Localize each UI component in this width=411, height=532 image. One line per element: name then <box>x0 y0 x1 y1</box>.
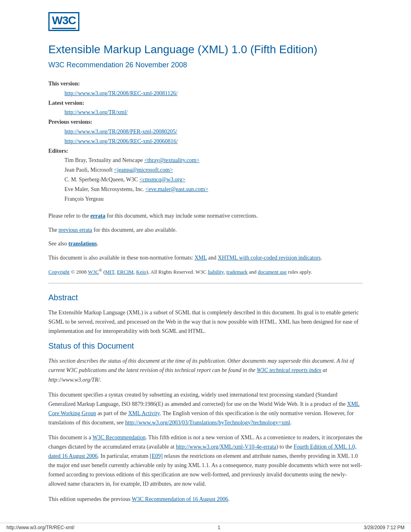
footer-page: 1 <box>218 525 220 530</box>
mit-link[interactable]: MIT <box>105 269 114 275</box>
section-divider <box>48 283 363 283</box>
translations-link[interactable]: translations <box>68 241 97 247</box>
status-title: Status of this Document <box>48 341 363 351</box>
editors-row: Editors: Tim Bray, Textuality and Netsca… <box>48 146 363 204</box>
w3c-logo-underline <box>52 28 76 29</box>
formats-note: This document is also available in these… <box>48 254 363 262</box>
status-para-2: This document specifies a syntax created… <box>48 390 363 427</box>
w3c-org-link[interactable]: W3C <box>88 269 99 275</box>
w3c-rec-link[interactable]: W3C Recommendation <box>92 434 145 441</box>
errata-link[interactable]: errata <box>90 213 105 219</box>
previous-versions-row: Previous versions: http://www.w3.org/TR/… <box>48 117 363 146</box>
meta-section: This version: http://www.w3.org/TR/2008/… <box>48 79 363 204</box>
liability-link[interactable]: liability <box>208 269 224 275</box>
abstract-text: The Extensible Markup Language (XML) is … <box>48 308 363 336</box>
this-version-label: This version: <box>48 81 80 87</box>
previous-versions-indent: http://www.w3.org/TR/2008/PER-xml-200802… <box>64 127 363 146</box>
latest-version-label: Latest version: <box>48 100 84 106</box>
trademark-link[interactable]: trademark <box>226 269 248 275</box>
document-title: Extensible Markup Language (XML) 1.0 (Fi… <box>48 43 363 56</box>
errata-note-2: The previous errata for this document, a… <box>48 226 363 235</box>
editor-1: Tim Bray, Textuality and Netscape <tbray… <box>64 156 363 165</box>
see-also-note: See also translations. <box>48 239 363 248</box>
footer-bar: http://www.w3.org/TR/REC-xml/ 1 3/28/200… <box>0 523 411 532</box>
this-version-indent: http://www.w3.org/TR/2008/REC-xml-200811… <box>64 89 363 98</box>
editor-4-email[interactable]: <eve.maler@east.sun.com> <box>145 186 208 192</box>
xml-activity-link[interactable]: XML Activity <box>128 410 160 416</box>
copyright-link[interactable]: Copyright <box>48 269 70 275</box>
w3c-reports-link[interactable]: W3C technical reports index <box>257 367 321 373</box>
w3c-logo-area: W3C <box>48 12 363 31</box>
editor-2-email[interactable]: <jeanpa@microsoft.com> <box>114 167 173 173</box>
footer-datetime: 3/28/2009 7:12 PM <box>364 525 405 530</box>
prev-rec-link[interactable]: W3C Recommendation of 16 August 2006 <box>132 496 228 502</box>
status-para-4: This edition supersedes the previous W3C… <box>48 495 363 504</box>
previous-versions-label: Previous versions: <box>48 119 92 125</box>
editor-1-email[interactable]: <tbray@textuality.com> <box>144 157 199 163</box>
this-version-link[interactable]: http://www.w3.org/TR/2008/REC-xml-200811… <box>64 90 178 96</box>
latest-version-row: Latest version: http://www.w3.org/TR/xml… <box>48 98 363 118</box>
page-container: W3C Extensible Markup Language (XML) 1.0… <box>24 0 387 532</box>
previous-version-link-2[interactable]: http://www.w3.org/TR/2006/REC-xml-200608… <box>64 138 178 144</box>
editor-5: François Yergeau <box>64 194 363 204</box>
w3c-logo-text: W3C <box>52 14 76 27</box>
status-para-1: This section describes the status of thi… <box>48 356 363 384</box>
w3c-logo: W3C <box>48 12 79 31</box>
this-version-row: This version: http://www.w3.org/TR/2008/… <box>48 79 363 98</box>
latest-version-indent: http://www.w3.org/TR/xml/ <box>64 108 363 117</box>
editor-2: Jean Paoli, Microsoft <jeanpa@microsoft.… <box>64 165 363 175</box>
latest-version-link[interactable]: http://www.w3.org/TR/xml/ <box>64 109 128 115</box>
copyright-line: Copyright © 2008 W3C® (MIT, ERCIM, Keio)… <box>48 267 363 276</box>
xhtml-format-link[interactable]: XHTML with color-coded revision indicato… <box>218 255 321 261</box>
ercim-link[interactable]: ERCIM <box>117 269 133 275</box>
previous-version-link-1[interactable]: http://www.w3.org/TR/2008/PER-xml-200802… <box>64 129 177 135</box>
status-para-3: This document is a W3C Recommendation. T… <box>48 433 363 489</box>
editors-indent: Tim Bray, Textuality and Netscape <tbray… <box>64 156 363 204</box>
errata-url-link[interactable]: http://www.w3.org/XML/xml-V10-4e-errata <box>176 444 276 450</box>
xml-format-link[interactable]: XML <box>195 255 207 261</box>
errata-note-1: Please refer to the errata for this docu… <box>48 212 363 220</box>
translations-url-link[interactable]: http://www.w3.org/2003/03/Translations/b… <box>125 420 291 426</box>
editor-3-email[interactable]: <cmsmcq@w3.org> <box>139 177 185 183</box>
document-use-link[interactable]: document use <box>258 269 287 275</box>
e09-link[interactable]: [E09] <box>150 453 163 459</box>
editor-3: C. M. Sperberg-McQueen, W3C <cmsmcq@w3.o… <box>64 175 363 185</box>
previous-errata-link[interactable]: previous errata <box>58 227 92 233</box>
footer-url: http://www.w3.org/TR/REC-xml/ <box>6 525 75 530</box>
editor-4: Eve Maler, Sun Microsystems, Inc. <eve.m… <box>64 185 363 194</box>
keio-link[interactable]: Keio <box>136 269 146 275</box>
document-subtitle: W3C Recommendation 26 November 2008 <box>48 61 363 69</box>
abstract-title: Abstract <box>48 293 363 302</box>
editors-label: Editors: <box>48 148 68 154</box>
